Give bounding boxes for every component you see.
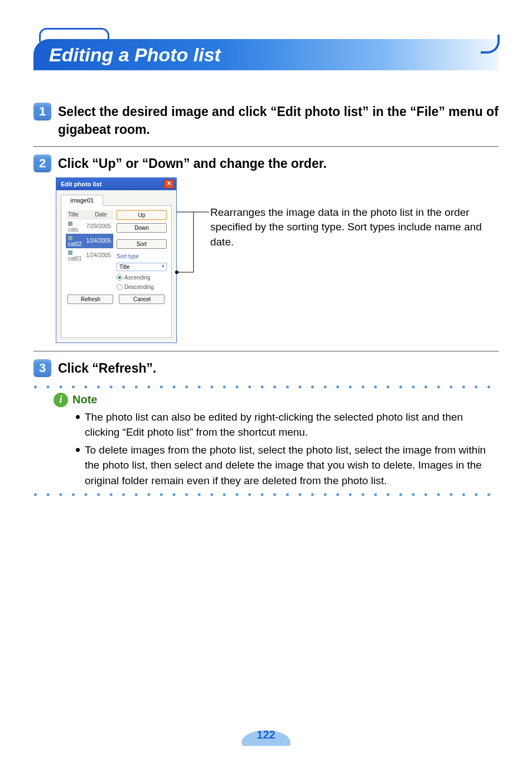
column-date[interactable]: Date	[93, 210, 113, 219]
step-number-3: 3	[33, 359, 51, 377]
edit-photo-list-dialog: Edit photo list ✕ image01 Title Date cat…	[56, 177, 177, 343]
page-number: 122	[241, 724, 291, 746]
dot-separator: ● ● ● ● ● ● ● ● ● ● ● ● ● ● ● ● ● ● ● ● …	[33, 490, 499, 498]
callout-text: Rearranges the image data in the photo l…	[210, 177, 499, 250]
table-row[interactable]: cat01 1/24/2005	[66, 248, 113, 263]
descending-radio[interactable]: Descending	[117, 284, 167, 290]
dialog-titlebar: Edit photo list ✕	[56, 178, 176, 190]
step-3: 3 Click “Refresh”.	[33, 359, 499, 377]
close-icon[interactable]: ✕	[164, 180, 174, 189]
cancel-button[interactable]: Cancel	[119, 295, 165, 304]
sort-button[interactable]: Sort	[117, 239, 167, 249]
svg-point-4	[175, 271, 178, 274]
separator	[33, 146, 499, 147]
step-text-2: Click “Up” or “Down” and change the orde…	[58, 155, 327, 172]
column-title[interactable]: Title	[66, 210, 93, 219]
note-item: The photo list can also be edited by rig…	[76, 409, 499, 440]
down-button[interactable]: Down	[117, 223, 167, 233]
step-text-3: Click “Refresh”.	[58, 359, 156, 377]
step-2: 2 Click “Up” or “Down” and change the or…	[33, 155, 499, 172]
sort-type-select[interactable]: Title	[117, 263, 167, 271]
separator	[33, 351, 499, 351]
step-number-2: 2	[33, 155, 51, 172]
sort-type-label: Sort type	[117, 253, 167, 259]
note-block: ● ● ● ● ● ● ● ● ● ● ● ● ● ● ● ● ● ● ● ● …	[33, 383, 499, 499]
page-title: Editing a Photo list	[49, 44, 221, 66]
ascending-radio[interactable]: Ascending	[117, 274, 167, 281]
dot-separator: ● ● ● ● ● ● ● ● ● ● ● ● ● ● ● ● ● ● ● ● …	[33, 383, 499, 390]
note-heading: Note	[72, 393, 97, 406]
dialog-title: Edit photo list	[61, 181, 101, 187]
photo-list-table: Title Date cats 7/29/2005 cat02 1/24/200…	[66, 210, 113, 290]
step-number-1: 1	[33, 103, 51, 120]
note-item: To delete images from the photo list, se…	[76, 442, 499, 489]
step-text-1: Select the desired image and click “Edit…	[58, 103, 499, 138]
table-row[interactable]: cats 7/29/2005	[66, 219, 113, 234]
refresh-button[interactable]: Refresh	[67, 295, 113, 304]
up-button[interactable]: Up	[117, 210, 167, 220]
title-banner: Editing a Photo list	[33, 28, 499, 59]
step-1: 1 Select the desired image and click “Ed…	[33, 103, 499, 138]
info-icon: i	[54, 393, 68, 407]
dialog-tab[interactable]: image01	[61, 195, 103, 206]
table-row[interactable]: cat02 1/24/2005	[66, 234, 113, 248]
